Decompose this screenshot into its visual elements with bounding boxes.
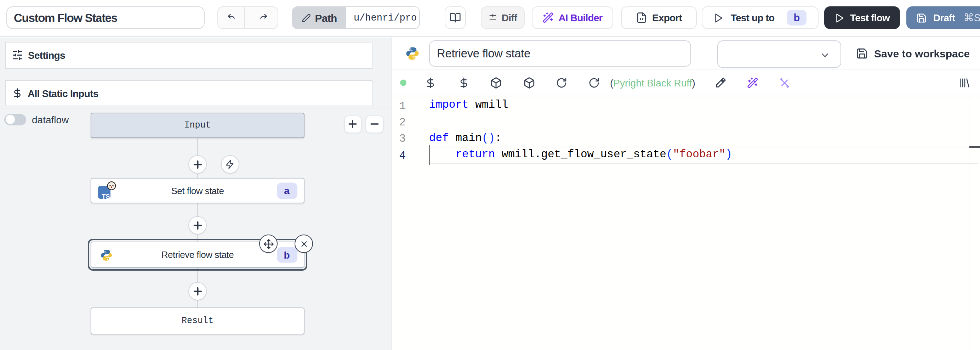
svg-text:TS: TS xyxy=(102,193,110,200)
